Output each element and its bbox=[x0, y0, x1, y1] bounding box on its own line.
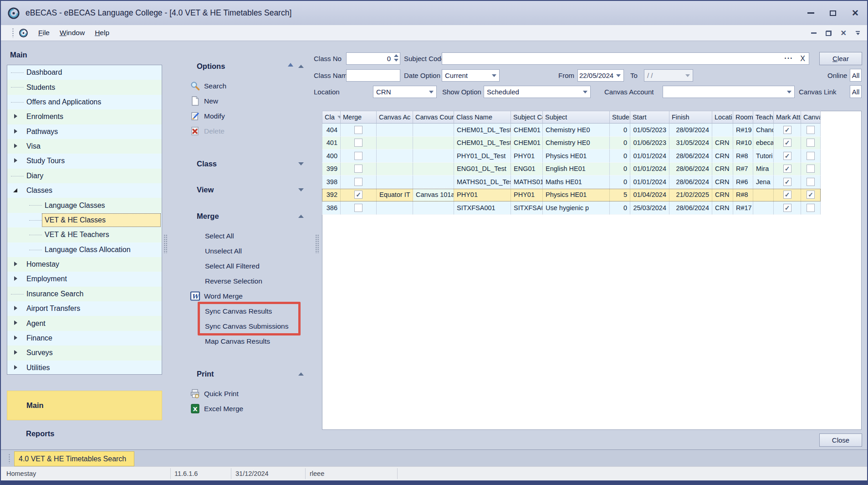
table-row[interactable]: 401CHEM01_DL_TestCHEM01Chemistry HE0001/… bbox=[322, 137, 821, 150]
cell-canvas[interactable] bbox=[801, 150, 821, 163]
action-modify[interactable]: Modify bbox=[168, 108, 319, 124]
close-icon[interactable]: ✕ bbox=[852, 9, 859, 17]
table-row[interactable]: 404CHEM01_DL_Test_CHEM01Chemistry HE0001… bbox=[322, 124, 821, 137]
close-button[interactable]: Close bbox=[819, 433, 862, 447]
column-header-class-name[interactable]: Class Name bbox=[454, 111, 511, 124]
checkbox-checked-icon[interactable]: ✓ bbox=[783, 178, 791, 186]
tab-grip[interactable] bbox=[8, 454, 10, 464]
cell-markatt[interactable]: ✓ bbox=[774, 175, 801, 189]
filters-collapse-arrow-icon[interactable] bbox=[288, 63, 293, 67]
checkbox-unchecked-icon[interactable] bbox=[807, 204, 815, 212]
cell-markatt[interactable]: ✓ bbox=[774, 201, 801, 215]
checkbox-checked-icon[interactable]: ✓ bbox=[783, 126, 791, 134]
toolbar-options-icon[interactable] bbox=[856, 31, 860, 35]
cell-merge[interactable] bbox=[341, 201, 377, 215]
menu-item-file[interactable]: File bbox=[38, 29, 50, 37]
action-sync-canvas-results[interactable]: Sync Canvas Results bbox=[168, 304, 319, 319]
section-header-view[interactable]: View bbox=[197, 185, 304, 194]
column-header-room[interactable]: Room bbox=[733, 111, 753, 124]
collapsed-arrow-icon[interactable] bbox=[14, 365, 17, 370]
action-word-merge[interactable]: WWord Merge bbox=[168, 289, 319, 304]
mdi-minimize-icon[interactable] bbox=[811, 32, 817, 34]
mdi-close-icon[interactable]: ✕ bbox=[841, 30, 847, 37]
sidebar-item-language-classes[interactable]: Language Classes bbox=[7, 198, 162, 212]
column-header-studer[interactable]: Studer bbox=[610, 111, 630, 124]
clear-field-x-icon[interactable]: X bbox=[800, 55, 805, 63]
checkbox-unchecked-icon[interactable] bbox=[807, 126, 815, 134]
column-header-start[interactable]: Start bbox=[630, 111, 669, 124]
cell-markatt[interactable]: ✓ bbox=[774, 124, 801, 137]
cell-merge[interactable] bbox=[341, 175, 377, 189]
sidebar-item-vet-he-classes[interactable]: VET & HE Classes bbox=[7, 213, 162, 227]
checkbox-checked-icon[interactable]: ✓ bbox=[783, 139, 791, 147]
cell-merge[interactable] bbox=[341, 163, 377, 176]
collapse-arrow-icon[interactable] bbox=[298, 372, 304, 376]
cell-merge[interactable] bbox=[341, 150, 377, 163]
to-date-select[interactable]: / / bbox=[644, 69, 693, 82]
column-header-subject-co[interactable]: Subject Co bbox=[511, 111, 543, 124]
cell-canvas[interactable] bbox=[801, 124, 821, 137]
collapsed-arrow-icon[interactable] bbox=[14, 262, 17, 266]
cell-merge[interactable] bbox=[341, 137, 377, 150]
sidebar-item-employment[interactable]: Employment bbox=[7, 272, 162, 286]
checkbox-unchecked-icon[interactable] bbox=[807, 152, 815, 160]
column-header-canva[interactable]: Canva bbox=[801, 111, 821, 124]
action-select-all-filtered[interactable]: Select All Filtered bbox=[168, 258, 319, 273]
sidebar-item-insurance-search[interactable]: Insurance Search bbox=[7, 287, 162, 301]
sidebar-item-airport-transfers[interactable]: Airport Transfers bbox=[7, 301, 162, 316]
cell-markatt[interactable]: ✓ bbox=[774, 189, 801, 202]
sidebar-item-finance[interactable]: Finance bbox=[7, 331, 162, 346]
expand-arrow-icon[interactable] bbox=[298, 188, 304, 191]
collapsed-arrow-icon[interactable] bbox=[14, 158, 17, 163]
location-select[interactable]: CRN bbox=[373, 86, 437, 98]
column-header-canvas-ac[interactable]: Canvas Ac bbox=[377, 111, 413, 124]
column-header-teach[interactable]: Teach bbox=[753, 111, 774, 124]
column-header-locati[interactable]: Locati bbox=[712, 111, 733, 124]
sidebar-item-study-tours[interactable]: Study Tours bbox=[7, 154, 162, 168]
section-header-merge[interactable]: Merge bbox=[197, 212, 304, 221]
table-row[interactable]: 392✓Equator ITCanvas 101aPHY01PHY01Physi… bbox=[322, 189, 821, 202]
action-new[interactable]: New bbox=[168, 93, 319, 108]
column-header-finish[interactable]: Finish bbox=[669, 111, 712, 124]
collapsed-arrow-icon[interactable] bbox=[14, 276, 17, 281]
action-excel-merge[interactable]: XExcel Merge bbox=[168, 401, 319, 416]
collapsed-arrow-icon[interactable] bbox=[14, 144, 17, 148]
subject-code-input[interactable] bbox=[442, 53, 809, 64]
action-quick-print[interactable]: Quick Print bbox=[168, 386, 319, 401]
table-row[interactable]: 398MATHS01_DL_TesMATHS01Maths HE01001/01… bbox=[322, 175, 821, 189]
from-date-select[interactable]: 22/05/2024 bbox=[577, 69, 624, 82]
checkbox-checked-icon[interactable]: ✓ bbox=[783, 204, 791, 212]
cell-merge[interactable] bbox=[341, 124, 377, 137]
cell-markatt[interactable]: ✓ bbox=[774, 137, 801, 150]
section-header-class[interactable]: Class bbox=[197, 159, 304, 168]
section-header-print[interactable]: Print bbox=[197, 369, 304, 378]
checkbox-unchecked-icon[interactable] bbox=[354, 126, 363, 134]
checkbox-unchecked-icon[interactable] bbox=[354, 139, 363, 147]
sidebar-item-diary[interactable]: Diary bbox=[7, 169, 162, 183]
checkbox-unchecked-icon[interactable] bbox=[354, 152, 363, 160]
collapsed-arrow-icon[interactable] bbox=[14, 350, 17, 355]
sidebar-item-homestay[interactable]: Homestay bbox=[7, 257, 162, 272]
maximize-icon[interactable] bbox=[830, 10, 836, 16]
column-header-canvas-cours[interactable]: Canvas Cours bbox=[413, 111, 454, 124]
spinner-icon[interactable] bbox=[394, 54, 398, 62]
checkbox-unchecked-icon[interactable] bbox=[354, 165, 363, 173]
table-row[interactable]: 386SITXFSA001SITXFSA00Use hygienic p025/… bbox=[322, 201, 821, 215]
sidebar-item-pathways[interactable]: Pathways bbox=[7, 124, 162, 139]
checkbox-checked-icon[interactable]: ✓ bbox=[783, 152, 791, 160]
menu-grip[interactable] bbox=[12, 28, 14, 38]
sidebar-item-students[interactable]: Students bbox=[7, 80, 162, 94]
column-header-mark-atte[interactable]: Mark Atte bbox=[774, 111, 801, 124]
class-name-input[interactable] bbox=[347, 70, 400, 81]
canvas-account-select[interactable] bbox=[663, 86, 795, 98]
cell-canvas[interactable] bbox=[801, 175, 821, 189]
collapsed-arrow-icon[interactable] bbox=[14, 129, 17, 134]
column-header-subject[interactable]: Subject bbox=[543, 111, 610, 124]
sidebar-item-vet-he-teachers[interactable]: VET & HE Teachers bbox=[7, 227, 162, 242]
cell-canvas[interactable] bbox=[801, 163, 821, 176]
action-search[interactable]: Search bbox=[168, 78, 319, 93]
action-sync-canvas-submissions[interactable]: Sync Canvas Submissions bbox=[168, 319, 319, 334]
table-row[interactable]: 399ENG01_DL_TestENG01English HE01001/01/… bbox=[322, 163, 821, 176]
sidebar-item-utilities[interactable]: Utilities bbox=[7, 361, 162, 375]
cell-canvas[interactable] bbox=[801, 201, 821, 215]
